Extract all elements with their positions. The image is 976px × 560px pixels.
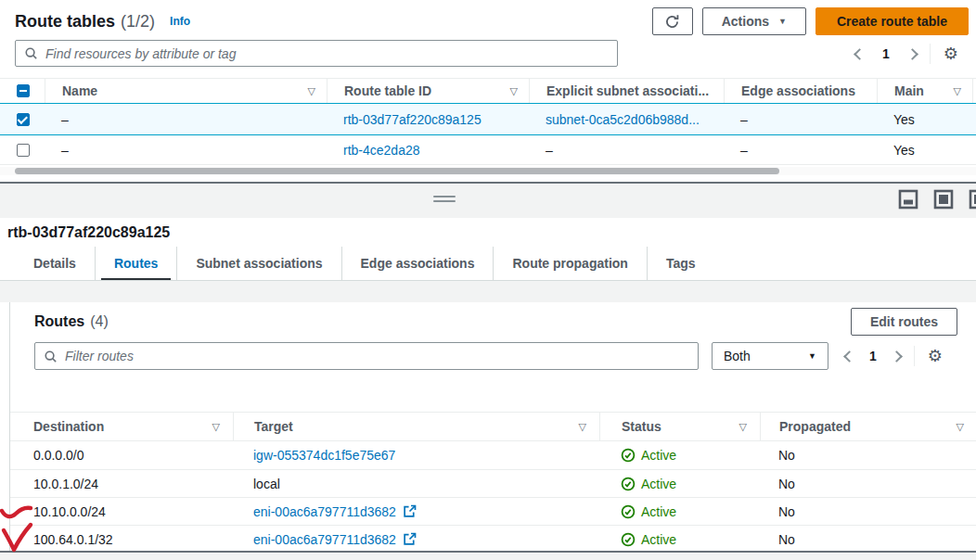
- cell-edge-associations: –: [724, 135, 877, 164]
- column-label: Explicit subnet associati...: [546, 83, 709, 98]
- next-page-icon[interactable]: [906, 48, 918, 60]
- column-header-main[interactable]: Main ▽: [877, 79, 972, 103]
- tab-details[interactable]: Details: [15, 247, 95, 280]
- sort-icon[interactable]: ▽: [579, 421, 586, 433]
- table-row[interactable]: – rtb-4ce2da28 – – Yes: [0, 134, 976, 165]
- split-panel-header: [0, 184, 976, 218]
- sort-icon[interactable]: ▽: [308, 85, 315, 97]
- cell-destination: 10.0.1.0/24: [10, 470, 233, 497]
- sort-icon[interactable]: ▽: [739, 421, 747, 433]
- sort-icon[interactable]: ▽: [957, 421, 964, 433]
- search-box[interactable]: [15, 40, 618, 67]
- column-header-edge-associations[interactable]: Edge associations: [724, 79, 877, 103]
- tab-label: Routes: [114, 256, 158, 271]
- column-header-destination[interactable]: Destination ▽: [10, 413, 233, 440]
- target-link[interactable]: igw-055374dc1f5e75e67: [253, 448, 395, 463]
- subnet-link[interactable]: subnet-0ca5c2d06b988d...: [546, 112, 700, 127]
- external-link-icon[interactable]: [403, 504, 417, 518]
- chevron-down-icon: ▼: [778, 17, 787, 26]
- external-link-icon[interactable]: [403, 532, 417, 546]
- info-link[interactable]: Info: [170, 15, 190, 28]
- route-row: 0.0.0.0/0 igw-055374dc1f5e75e67 Active N…: [10, 441, 976, 469]
- column-label: Name: [62, 83, 97, 98]
- status-label: Active: [641, 504, 676, 519]
- filter-routes-input[interactable]: [65, 349, 689, 363]
- cell-propagated: No: [760, 498, 976, 525]
- cell-propagated: No: [760, 526, 976, 553]
- target-link[interactable]: eni-00ac6a797711d3682: [253, 532, 396, 547]
- drag-handle-icon[interactable]: [433, 196, 456, 205]
- edit-routes-button[interactable]: Edit routes: [851, 308, 957, 336]
- page-number[interactable]: 1: [869, 349, 877, 363]
- panel-full-icon[interactable]: [933, 189, 954, 210]
- route-tables-page: Route tables (1/2) Info Actions ▼ Create…: [0, 0, 976, 560]
- tab-label: Details: [33, 256, 76, 271]
- sort-icon[interactable]: ▽: [954, 85, 961, 97]
- routes-filter-row: Both ▼: [34, 342, 957, 370]
- tab-route-propagation[interactable]: Route propagation: [493, 247, 646, 280]
- filter-box[interactable]: [34, 342, 699, 370]
- status-label: Active: [641, 477, 676, 491]
- row-checkbox[interactable]: [17, 144, 30, 157]
- route-tables-table: Name ▽ Route table ID ▽ Explicit subnet …: [0, 78, 976, 165]
- cell-destination: 10.10.0.0/24: [10, 498, 233, 525]
- refresh-button[interactable]: [652, 7, 693, 35]
- routes-count: (4): [90, 313, 109, 330]
- column-header-route-table-id[interactable]: Route table ID ▽: [327, 79, 529, 103]
- cell-name: –: [45, 104, 327, 134]
- tab-subnet-associations[interactable]: Subnet associations: [176, 247, 340, 280]
- gear-icon[interactable]: ⚙: [944, 45, 958, 62]
- column-header-status[interactable]: Status ▽: [599, 413, 760, 440]
- select-value: Both: [724, 349, 751, 363]
- cell-explicit-subnet: –: [529, 135, 724, 164]
- table-row[interactable]: – rtb-03d77af220c89a125 subnet-0ca5c2d06…: [0, 104, 976, 134]
- actions-button[interactable]: Actions ▼: [702, 7, 806, 35]
- status-ok-icon: [621, 532, 636, 547]
- status-badge: Active: [621, 477, 676, 491]
- panel-side-icon[interactable]: [969, 189, 976, 210]
- divider: [914, 346, 915, 366]
- routes-card-header: Routes (4) Edit routes: [34, 308, 957, 336]
- table-header-row: Name ▽ Route table ID ▽ Explicit subnet …: [0, 78, 976, 104]
- route-row: 100.64.0.1/32 eni-00ac6a797711d3682 Acti…: [10, 525, 976, 553]
- previous-page-icon[interactable]: [843, 350, 855, 363]
- next-page-icon[interactable]: [891, 350, 903, 363]
- route-type-select[interactable]: Both ▼: [712, 342, 828, 370]
- route-table-id-link[interactable]: rtb-03d77af220c89a125: [343, 112, 482, 127]
- column-header-propagated[interactable]: Propagated ▽: [760, 413, 976, 440]
- sort-icon[interactable]: ▽: [212, 421, 220, 433]
- sort-icon[interactable]: ▽: [510, 85, 518, 97]
- panel-bottom-icon[interactable]: [898, 189, 918, 210]
- row-checkbox[interactable]: [17, 113, 30, 126]
- search-input[interactable]: [45, 46, 609, 61]
- target-link[interactable]: eni-00ac6a797711d3682: [253, 504, 396, 519]
- cell-target: local: [253, 477, 280, 491]
- refresh-icon: [664, 14, 680, 30]
- routes-heading: Routes: [34, 313, 84, 330]
- tab-routes[interactable]: Routes: [95, 247, 176, 280]
- tab-label: Subnet associations: [196, 256, 322, 271]
- routes-card: Routes (4) Edit routes Both ▼ 1: [9, 302, 976, 553]
- scrollbar-thumb[interactable]: [15, 168, 779, 174]
- column-header-target[interactable]: Target ▽: [233, 413, 599, 440]
- route-row: 10.0.1.0/24 local Active No: [10, 469, 976, 497]
- column-header-name[interactable]: Name ▽: [45, 79, 327, 103]
- cell-main: Yes: [877, 135, 972, 164]
- create-route-table-button[interactable]: Create route table: [815, 7, 969, 35]
- select-all-checkbox[interactable]: [17, 84, 30, 97]
- route-table-id-link[interactable]: rtb-4ce2da28: [343, 143, 420, 158]
- column-header-explicit-subnet[interactable]: Explicit subnet associati...: [529, 79, 724, 103]
- create-button-label: Create route table: [837, 14, 947, 29]
- edit-routes-label: Edit routes: [870, 314, 938, 329]
- previous-page-icon[interactable]: [854, 48, 866, 60]
- status-badge: Active: [621, 448, 676, 463]
- divider: [930, 44, 931, 64]
- tab-tags[interactable]: Tags: [647, 247, 714, 280]
- tab-edge-associations[interactable]: Edge associations: [341, 247, 494, 280]
- status-badge: Active: [621, 504, 676, 519]
- gear-icon[interactable]: ⚙: [928, 348, 943, 364]
- tab-label: Edge associations: [361, 256, 475, 271]
- route-tables-rows: – rtb-03d77af220c89a125 subnet-0ca5c2d06…: [0, 104, 976, 165]
- page-number[interactable]: 1: [882, 46, 890, 61]
- status-badge: Active: [621, 532, 676, 547]
